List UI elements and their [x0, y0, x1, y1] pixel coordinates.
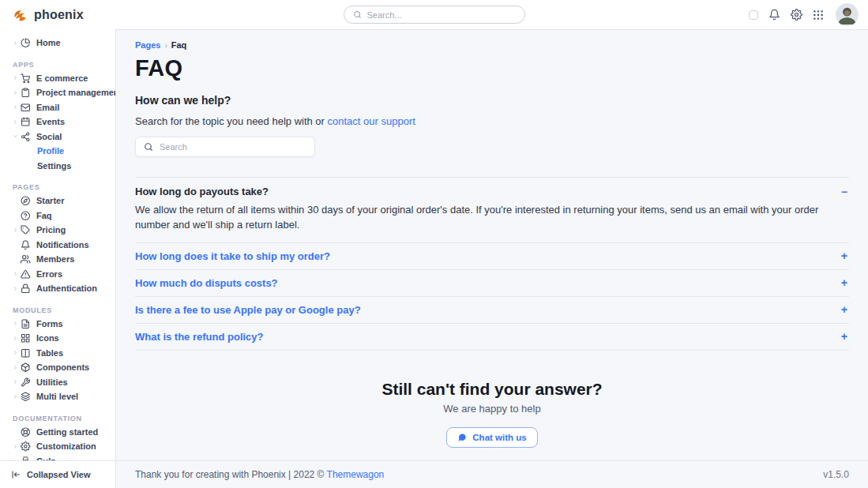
- chevron-right-icon: [13, 350, 21, 355]
- footer: Thank you for creating with Phoenix | 20…: [116, 460, 868, 488]
- sidebar-item-project-management[interactable]: Project management: [0, 85, 115, 100]
- sidebar-subitem-label: Profile: [37, 146, 64, 156]
- sidebar-subitem-settings[interactable]: Settings: [0, 159, 115, 174]
- sidebar-item-customization[interactable]: Customization: [0, 439, 115, 454]
- main-content: Pages › Faq FAQ How can we help? Search …: [116, 29, 868, 488]
- faq-search[interactable]: [135, 137, 315, 157]
- sidebar-item-tables[interactable]: Tables: [0, 346, 115, 361]
- faq-question[interactable]: What is the refund policy?+: [135, 331, 849, 343]
- sidebar-item-faq[interactable]: Faq: [0, 208, 115, 223]
- share-icon: [21, 132, 31, 142]
- chevron-right-icon: [13, 40, 21, 46]
- sidebar-nav: HomeAPPSE commerceProject managementEmai…: [0, 29, 115, 460]
- expand-plus-icon[interactable]: +: [841, 277, 849, 288]
- help-intro-text: Search for the topic you need help with …: [135, 115, 328, 127]
- breadcrumb-current: Faq: [171, 40, 187, 50]
- footer-credit-text: Thank you for creating with Phoenix | 20…: [135, 469, 327, 480]
- bell-icon: [21, 240, 31, 250]
- notifications-bell-icon[interactable]: [768, 9, 780, 21]
- faq-search-input[interactable]: [160, 142, 306, 152]
- sidebar-item-label: Notifications: [36, 240, 89, 250]
- chevron-right-icon: [13, 90, 21, 96]
- sidebar-item-label: Authentication: [36, 283, 97, 293]
- sidebar-item-authentication[interactable]: Authentication: [0, 281, 115, 296]
- sidebar-item-home[interactable]: Home: [0, 36, 115, 51]
- sidebar-item-multi-level[interactable]: Multi level: [0, 389, 115, 404]
- sidebar-item-errors[interactable]: Errors: [0, 267, 115, 282]
- faq-question[interactable]: How much do disputs costs?+: [135, 277, 849, 289]
- chat-with-us-label: Chat with us: [472, 433, 526, 442]
- sidebar-subitem-profile[interactable]: Profile: [0, 144, 115, 159]
- sidebar-item-gulp[interactable]: Gulp: [0, 454, 115, 461]
- chevron-right-icon: [13, 75, 21, 81]
- faq-item: How much do disputs costs?+: [135, 270, 849, 297]
- nav-section-label: DOCUMENTATION: [13, 415, 115, 422]
- faq-question-text: How much do disputs costs?: [135, 277, 278, 289]
- footer-version: v1.5.0: [823, 469, 849, 480]
- breadcrumb-pages-link[interactable]: Pages: [135, 40, 160, 50]
- sidebar-item-social[interactable]: Social: [0, 130, 115, 145]
- faq-question-text: Is there a fee to use Apple pay or Googl…: [135, 304, 361, 316]
- global-search[interactable]: [344, 6, 525, 24]
- nav-section-label: PAGES: [13, 183, 115, 191]
- sidebar-item-events[interactable]: Events: [0, 114, 115, 130]
- apps-grid-icon[interactable]: [813, 9, 824, 21]
- sidebar-item-members[interactable]: Members: [0, 252, 115, 267]
- sidebar-item-label: Components: [36, 362, 89, 372]
- faq-accordion: How long do payouts take?−We allow the r…: [135, 177, 849, 351]
- expand-plus-icon[interactable]: +: [841, 250, 849, 261]
- sidebar-item-e-commerce[interactable]: E commerce: [0, 71, 115, 86]
- faq-question[interactable]: How long does it take to ship my order?+: [135, 250, 849, 262]
- settings-icon: [21, 441, 31, 452]
- sidebar-item-notifications[interactable]: Notifications: [0, 238, 115, 253]
- sidebar-item-label: Project management: [36, 88, 115, 97]
- columns-icon: [21, 348, 31, 358]
- sidebar-item-components[interactable]: Components: [0, 360, 115, 375]
- navbar-actions: [749, 3, 859, 26]
- help-intro: Search for the topic you need help with …: [135, 115, 849, 127]
- global-search-input[interactable]: [367, 10, 516, 20]
- phoenix-logo-icon: [13, 8, 28, 22]
- sidebar-item-label: Errors: [36, 269, 62, 279]
- expand-plus-icon[interactable]: +: [841, 304, 849, 315]
- page-title: FAQ: [135, 55, 849, 81]
- sidebar-item-starter[interactable]: Starter: [0, 193, 115, 208]
- top-navbar: phoenix: [0, 0, 868, 29]
- nav-section-label: APPS: [13, 61, 115, 69]
- sidebar-item-pricing[interactable]: Pricing: [0, 223, 115, 238]
- themewagon-link[interactable]: Themewagon: [327, 469, 385, 480]
- chat-with-us-button[interactable]: Chat with us: [446, 427, 537, 448]
- sidebar-item-getting-started[interactable]: Getting started: [0, 425, 115, 440]
- faq-item: How long do payouts take?−We allow the r…: [135, 178, 849, 243]
- faq-answer: We allow the return of all items within …: [135, 203, 849, 233]
- collapse-minus-icon[interactable]: −: [841, 186, 849, 197]
- sidebar-item-email[interactable]: Email: [0, 100, 115, 115]
- chevron-right-icon: [13, 321, 21, 326]
- sidebar-item-icons[interactable]: Icons: [0, 331, 115, 346]
- brand-name: phoenix: [34, 8, 84, 22]
- collapsed-view-toggle[interactable]: Collapsed View: [0, 460, 115, 488]
- chevron-right-icon: [13, 394, 21, 400]
- settings-gear-icon[interactable]: [791, 9, 802, 21]
- help-heading: How can we help?: [135, 94, 849, 107]
- chevron-right-icon: [13, 104, 21, 110]
- contact-support-link[interactable]: contact our support: [328, 115, 415, 127]
- sidebar-item-label: Pricing: [36, 225, 66, 235]
- package-icon: [21, 362, 31, 373]
- theme-toggle[interactable]: [749, 10, 758, 20]
- layers-icon: [21, 392, 31, 402]
- tool-icon: [21, 377, 31, 388]
- expand-plus-icon[interactable]: +: [841, 331, 849, 342]
- sidebar-item-utilities[interactable]: Utilities: [0, 375, 115, 390]
- avatar[interactable]: [836, 3, 859, 26]
- cta-title: Still can't find your answer?: [135, 380, 849, 399]
- brand-logo[interactable]: phoenix: [13, 8, 84, 22]
- chevron-down-icon: [13, 133, 21, 139]
- sidebar-item-label: Utilities: [36, 377, 68, 387]
- sidebar-item-label: Home: [36, 38, 61, 47]
- sidebar-item-label: Icons: [36, 333, 59, 343]
- faq-question[interactable]: How long do payouts take?−: [135, 186, 849, 197]
- cta-subtitle: We are happy to help: [135, 403, 849, 415]
- sidebar-item-forms[interactable]: Forms: [0, 317, 115, 332]
- faq-question[interactable]: Is there a fee to use Apple pay or Googl…: [135, 304, 849, 316]
